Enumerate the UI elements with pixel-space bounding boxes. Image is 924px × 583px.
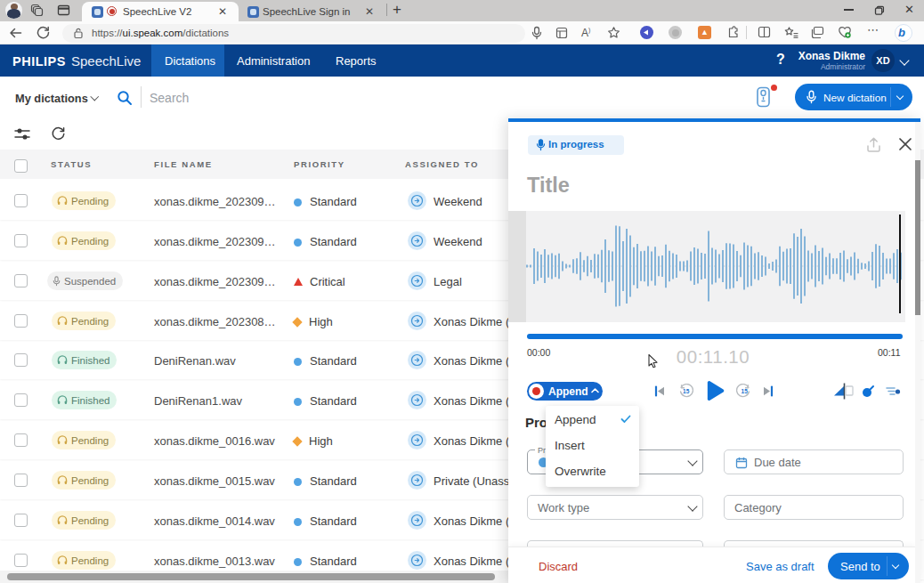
svg-text:15: 15 <box>683 388 690 394</box>
svg-text:15: 15 <box>742 388 749 394</box>
